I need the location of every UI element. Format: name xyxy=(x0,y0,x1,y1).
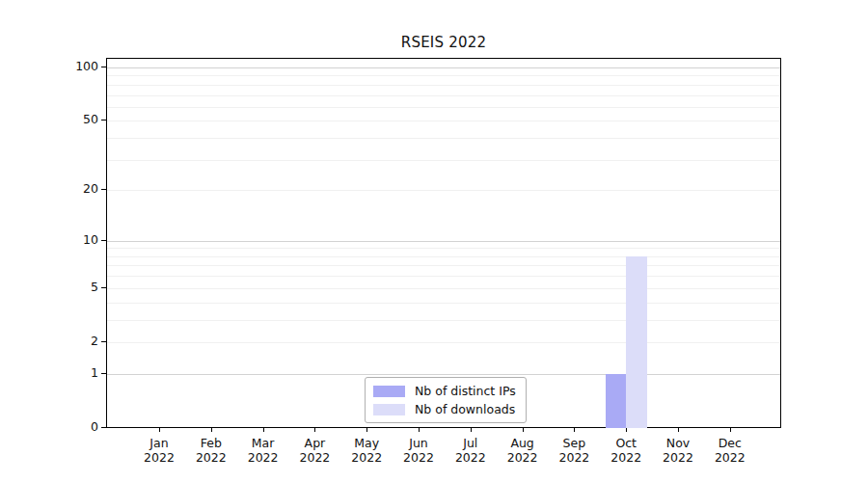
gridline-minor xyxy=(107,256,780,257)
x-axis-tick xyxy=(263,428,264,432)
bar-distinct-ips-oct xyxy=(606,374,627,428)
gridline-minor xyxy=(107,342,780,343)
gridline-minor xyxy=(107,320,780,321)
x-axis-label: Dec 2022 xyxy=(699,436,761,465)
legend-entry-distinct-ips: Nb of distinct IPs xyxy=(373,384,516,398)
gridline-major xyxy=(107,374,780,375)
gridline-minor xyxy=(107,107,780,108)
gridline-major xyxy=(107,67,780,68)
y-axis-label: 10 xyxy=(37,232,98,248)
y-axis-tick xyxy=(101,120,106,120)
x-axis-tick xyxy=(314,428,315,432)
gridline-minor xyxy=(107,303,780,304)
gridline-minor xyxy=(107,276,780,277)
y-axis-label: 20 xyxy=(37,181,98,197)
gridline-major xyxy=(107,241,780,242)
x-axis-tick xyxy=(626,428,627,432)
x-axis-tick xyxy=(574,428,575,432)
x-axis-tick xyxy=(419,428,420,432)
y-axis-tick xyxy=(101,287,106,288)
gridline-minor xyxy=(107,85,780,86)
x-axis-tick xyxy=(211,428,212,432)
gridline-minor xyxy=(107,248,780,249)
chart-rseis-2022: RSEIS 2022 Nb of distinct IPs Nb of down… xyxy=(0,0,868,482)
y-axis-tick xyxy=(101,240,106,241)
plot-area: Nb of distinct IPs Nb of downloads xyxy=(106,58,781,428)
legend: Nb of distinct IPs Nb of downloads xyxy=(365,377,527,423)
legend-label-downloads: Nb of downloads xyxy=(415,402,515,416)
y-axis-tick xyxy=(101,373,106,374)
gridline-minor xyxy=(107,160,780,161)
y-axis-tick xyxy=(101,67,106,67)
y-axis-label: 100 xyxy=(37,59,98,74)
y-axis-tick xyxy=(101,427,106,428)
legend-entry-downloads: Nb of downloads xyxy=(373,402,516,416)
y-axis-label: 0 xyxy=(37,419,98,435)
y-axis-label: 1 xyxy=(37,365,98,381)
x-axis-tick xyxy=(159,428,160,432)
x-axis-tick xyxy=(471,428,472,432)
legend-label-distinct-ips: Nb of distinct IPs xyxy=(415,384,516,398)
gridline-minor xyxy=(107,120,780,121)
gridline-minor xyxy=(107,265,780,266)
gridline-minor xyxy=(107,190,780,191)
gridline-minor xyxy=(107,288,780,289)
chart-title: RSEIS 2022 xyxy=(106,34,781,51)
y-axis-tick xyxy=(101,189,106,190)
legend-swatch-downloads xyxy=(373,404,405,415)
y-axis-label: 2 xyxy=(37,334,98,349)
y-axis-label: 50 xyxy=(37,112,98,127)
legend-swatch-distinct-ips xyxy=(373,386,405,397)
bar-downloads-oct xyxy=(626,256,647,428)
x-axis-tick xyxy=(366,428,367,432)
y-axis-label: 5 xyxy=(37,280,98,295)
gridline-minor xyxy=(107,95,780,96)
x-axis-tick xyxy=(678,428,679,432)
gridline-minor xyxy=(107,75,780,76)
x-axis-tick xyxy=(523,428,524,432)
x-axis-tick xyxy=(730,428,731,432)
gridline-minor xyxy=(107,138,780,139)
y-axis-tick xyxy=(101,341,106,342)
